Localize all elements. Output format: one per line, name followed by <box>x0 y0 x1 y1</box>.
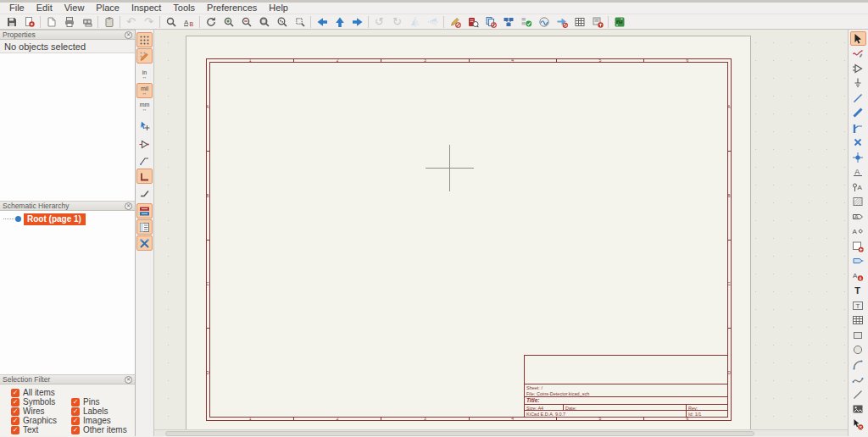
paste-button[interactable] <box>100 14 118 29</box>
pcb-editor-button[interactable] <box>610 14 628 29</box>
draw-bezier-button[interactable] <box>850 373 866 387</box>
place-text-button[interactable]: T <box>850 284 866 298</box>
checkbox-all-items[interactable]: ✓ <box>11 389 19 397</box>
place-image-button[interactable] <box>850 402 866 417</box>
menu-tools[interactable]: Tools <box>167 3 201 14</box>
plot-button[interactable] <box>78 14 96 29</box>
rotate-ccw-button[interactable]: ↺ <box>370 14 388 29</box>
menu-preferences[interactable]: Preferences <box>201 3 263 14</box>
units-mils-button[interactable]: mil ↔ <box>136 83 153 98</box>
delete-tool-button[interactable] <box>850 417 866 431</box>
menu-help[interactable]: Help <box>263 3 294 14</box>
zoom-fit-page-button[interactable] <box>255 14 273 29</box>
menu-place[interactable]: Place <box>90 3 125 14</box>
properties-manager-button[interactable] <box>136 235 153 251</box>
menu-inspect[interactable]: Inspect <box>125 3 167 14</box>
line-mode-45-button[interactable] <box>136 185 153 200</box>
checkbox-graphics[interactable]: ✓ <box>11 417 19 425</box>
place-junction-button[interactable] <box>850 150 866 164</box>
refresh-button[interactable] <box>202 14 220 29</box>
close-icon[interactable]: ✕ <box>125 376 132 384</box>
schematic-canvas[interactable]: 1 2 3 4 5 6 1 2 3 4 5 6 A B C D <box>154 30 848 436</box>
find-button[interactable] <box>162 14 180 29</box>
hierarchical-sheet-button[interactable] <box>850 239 866 253</box>
draw-arc-button[interactable] <box>850 357 866 372</box>
undo-button[interactable]: ↶ <box>122 14 140 29</box>
place-symbol-button[interactable] <box>850 61 866 75</box>
line-mode-90-button[interactable] <box>136 169 153 184</box>
units-mm-button[interactable]: mm ↔ <box>136 99 153 114</box>
zoom-in-button[interactable] <box>220 14 237 29</box>
no-connect-flag-button[interactable] <box>850 136 866 150</box>
zoom-fit-objects-button[interactable] <box>273 14 291 29</box>
find-replace-button[interactable]: AB <box>180 14 198 29</box>
horizontal-scrollbar[interactable] <box>154 429 848 436</box>
draw-line-button[interactable] <box>850 387 866 401</box>
page-settings-button[interactable] <box>42 14 60 29</box>
save-button[interactable] <box>3 14 20 29</box>
horizontal-scrollbar-thumb[interactable] <box>165 431 754 436</box>
close-icon[interactable]: ✕ <box>125 202 132 210</box>
hierarchical-label-button[interactable]: A <box>850 224 866 239</box>
update-pcb-button[interactable] <box>553 14 570 29</box>
zoom-out-button[interactable] <box>237 14 255 29</box>
close-icon[interactable]: ✕ <box>125 31 132 39</box>
checkbox-labels[interactable]: ✓ <box>71 407 80 416</box>
show-hidden-pins-button[interactable] <box>136 136 153 152</box>
text-box-button[interactable]: T <box>850 298 866 313</box>
checkbox-images[interactable]: ✓ <box>71 417 80 425</box>
checkbox-symbols[interactable]: ✓ <box>11 398 19 407</box>
rule-area-button[interactable] <box>850 195 866 209</box>
highlight-net-button[interactable] <box>850 47 866 61</box>
generate-bom-button[interactable] <box>588 14 606 29</box>
mirror-horizontal-button[interactable] <box>424 14 442 29</box>
checkbox-other-items[interactable]: ✓ <box>71 426 80 434</box>
simulator-button[interactable] <box>535 14 553 29</box>
symbol-fields-table-button[interactable] <box>570 14 588 29</box>
netclass-directive-button[interactable]: A <box>850 180 866 194</box>
draw-rectangle-button[interactable] <box>850 328 866 342</box>
import-sheet-pin-button[interactable]: A <box>850 268 866 283</box>
wire-to-bus-entry-button[interactable] <box>850 120 866 135</box>
sheet-pin-button[interactable] <box>850 254 866 268</box>
hierarchy-root-label[interactable]: Root (page 1) <box>24 213 86 225</box>
select-tool-button[interactable] <box>850 31 866 46</box>
annotation-check-button[interactable] <box>517 14 535 29</box>
menu-file[interactable]: File <box>3 3 31 14</box>
mirror-vertical-button[interactable] <box>406 14 424 29</box>
annotate-button[interactable] <box>446 14 464 29</box>
navigate-forward-button[interactable] <box>348 14 366 29</box>
units-inches-button[interactable]: in ↔ <box>136 67 153 82</box>
run-erc-button[interactable] <box>464 14 481 29</box>
place-table-button[interactable] <box>850 313 866 328</box>
rotate-cw-button[interactable]: ↻ <box>388 14 406 29</box>
symbol-library-links-button[interactable] <box>481 14 499 29</box>
navigate-back-icon <box>316 16 328 28</box>
hierarchy-root-item[interactable]: Root (page 1) <box>3 213 135 224</box>
grid-overrides-button[interactable] <box>136 48 153 64</box>
net-label-button[interactable]: A <box>850 165 866 180</box>
print-button[interactable] <box>60 14 78 29</box>
show-grid-button[interactable] <box>136 32 153 47</box>
draw-circle-button[interactable] <box>850 343 866 357</box>
zoom-selection-button[interactable] <box>291 14 309 29</box>
draw-bus-button[interactable] <box>850 106 866 120</box>
crosshair-style-button[interactable] <box>136 118 153 133</box>
navigate-back-button[interactable] <box>313 14 331 29</box>
global-label-button[interactable]: A <box>850 209 866 224</box>
bus-definitions-button[interactable] <box>499 14 517 29</box>
checkbox-text[interactable]: ✓ <box>11 426 19 434</box>
navigate-up-icon <box>334 16 346 28</box>
checkbox-wires[interactable]: ✓ <box>11 407 19 416</box>
draw-wire-button[interactable] <box>850 91 866 105</box>
hierarchy-navigator-button[interactable] <box>136 219 153 235</box>
schematic-setup-button[interactable] <box>20 14 38 29</box>
menu-view[interactable]: View <box>58 3 91 14</box>
annotate-automatically-button[interactable] <box>136 203 153 218</box>
redo-button[interactable]: ↷ <box>140 14 158 29</box>
navigate-up-button[interactable] <box>331 14 348 29</box>
line-mode-free-button[interactable] <box>136 152 153 168</box>
checkbox-pins[interactable]: ✓ <box>71 398 80 407</box>
menu-edit[interactable]: Edit <box>31 3 58 14</box>
place-power-symbol-button[interactable] <box>850 76 866 91</box>
